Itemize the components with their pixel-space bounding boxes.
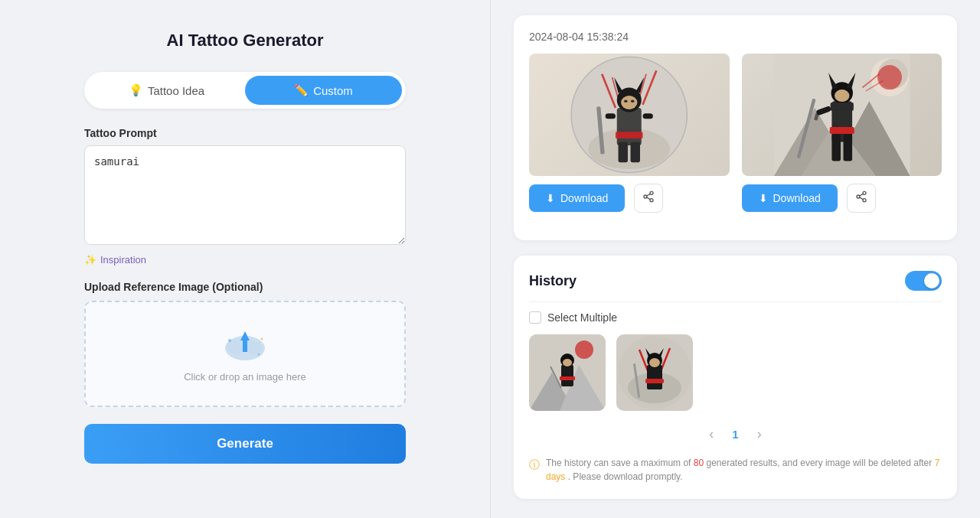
history-header: History	[529, 271, 942, 291]
result-image-block-1: ⬇ Download	[529, 54, 730, 213]
svg-point-2	[246, 340, 263, 354]
svg-rect-45	[831, 134, 841, 161]
svg-point-4	[228, 339, 231, 342]
history-title: History	[529, 273, 577, 289]
download-icon-2: ⬇	[759, 192, 768, 204]
result-image-block-2: ⬇ Download	[742, 54, 942, 213]
svg-line-56	[859, 194, 863, 196]
svg-point-34	[877, 65, 901, 90]
notice-text: The history can save a maximum of 80 gen…	[546, 456, 942, 484]
tab-custom[interactable]: ✏️ Custom	[245, 76, 402, 105]
svg-rect-43	[830, 103, 853, 111]
svg-rect-60	[561, 365, 573, 386]
inspiration-icon: ✨	[84, 254, 96, 266]
share-icon-1	[642, 191, 655, 206]
svg-point-18	[624, 99, 627, 103]
history-toggle[interactable]	[905, 271, 942, 291]
left-panel: AI Tattoo Generator 💡 Tattoo Idea ✏️ Cus…	[0, 0, 490, 518]
svg-rect-20	[606, 113, 616, 119]
history-svg-1	[529, 334, 606, 411]
result-actions-1: ⬇ Download	[529, 184, 730, 213]
upload-text: Click or drop an image here	[184, 371, 306, 383]
result-images: ⬇ Download	[529, 54, 942, 213]
download-button-2[interactable]: ⬇ Download	[742, 184, 838, 212]
tab-switcher: 💡 Tattoo Idea ✏️ Custom	[84, 72, 406, 109]
upload-area[interactable]: Click or drop an image here	[84, 301, 406, 407]
svg-line-30	[647, 194, 651, 196]
svg-rect-13	[617, 108, 642, 145]
history-divider	[529, 301, 942, 302]
svg-point-5	[261, 338, 263, 340]
select-multiple-checkbox[interactable]	[529, 311, 541, 324]
svg-point-19	[631, 99, 634, 103]
svg-rect-21	[643, 113, 653, 119]
share-icon-2	[855, 191, 867, 206]
history-section: History Select Multiple	[514, 256, 957, 499]
svg-rect-46	[843, 134, 852, 161]
next-page-button[interactable]: ›	[751, 423, 768, 445]
history-thumb-1[interactable]	[529, 334, 606, 411]
prompt-label: Tattoo Prompt	[84, 127, 406, 139]
svg-rect-23	[616, 132, 643, 138]
svg-rect-70	[647, 365, 662, 389]
tab-idea[interactable]: 💡 Tattoo Idea	[88, 76, 245, 105]
svg-rect-63	[560, 376, 575, 380]
upload-label: Upload Reference Image (Optional)	[84, 281, 406, 293]
history-grid	[529, 334, 942, 411]
download-icon-1: ⬇	[546, 192, 555, 204]
svg-rect-25	[631, 142, 640, 163]
download-button-1[interactable]: ⬇ Download	[529, 184, 625, 212]
result-card: 2024-08-04 15:38:24	[514, 15, 957, 240]
svg-line-55	[859, 197, 863, 200]
svg-rect-44	[829, 127, 854, 134]
result-timestamp: 2024-08-04 15:38:24	[529, 31, 942, 43]
share-button-2[interactable]	[847, 184, 876, 213]
inspiration-link[interactable]: ✨ Inspiration	[84, 254, 406, 266]
samurai-svg-1	[529, 54, 730, 176]
svg-point-64	[575, 340, 593, 359]
app-title: AI Tattoo Generator	[167, 31, 324, 50]
notice-icon: ⓘ	[529, 457, 540, 473]
cloud-upload-icon	[222, 325, 268, 363]
svg-line-29	[647, 197, 651, 200]
prev-page-button[interactable]: ‹	[703, 423, 720, 445]
svg-point-6	[258, 353, 260, 356]
history-thumb-2[interactable]	[616, 334, 693, 411]
prompt-input[interactable]: samurai	[84, 145, 406, 245]
generate-button[interactable]: Generate	[84, 424, 406, 464]
svg-point-72	[649, 358, 660, 367]
notice-max: 80	[694, 458, 704, 468]
result-image-2	[742, 54, 942, 176]
svg-point-17	[621, 96, 637, 109]
upload-icon-wrapper	[222, 325, 268, 363]
right-panel: 2024-08-04 15:38:24	[491, 0, 980, 518]
current-page: 1	[732, 428, 738, 441]
svg-point-62	[563, 359, 572, 367]
pagination: ‹ 1 ›	[529, 423, 942, 445]
result-image-1	[529, 54, 730, 176]
svg-rect-75	[645, 379, 664, 383]
form-section: Tattoo Prompt samurai ✨ Inspiration Uplo…	[84, 127, 406, 464]
pencil-icon: ✏️	[294, 83, 309, 97]
svg-rect-24	[619, 142, 628, 163]
samurai-svg-2	[742, 54, 942, 176]
history-svg-2	[616, 334, 693, 411]
select-multiple-row: Select Multiple	[529, 311, 942, 324]
share-button-1[interactable]	[634, 184, 663, 213]
history-notice: ⓘ The history can save a maximum of 80 g…	[529, 456, 942, 484]
result-actions-2: ⬇ Download	[742, 184, 942, 213]
svg-point-42	[834, 90, 849, 102]
select-multiple-label: Select Multiple	[547, 311, 617, 324]
lightbulb-icon: 💡	[129, 83, 143, 97]
